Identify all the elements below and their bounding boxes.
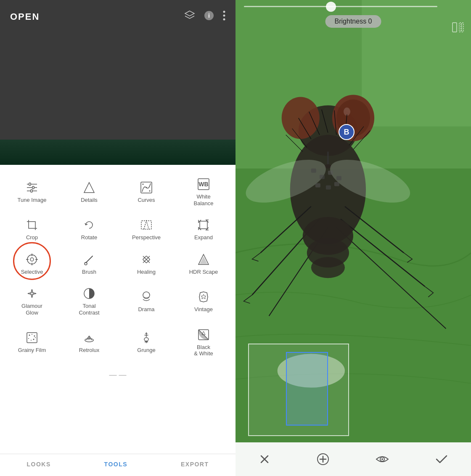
tool-crop[interactable]: Crop	[3, 212, 61, 247]
tool-perspective[interactable]: Perspective	[118, 212, 175, 247]
svg-marker-34	[201, 294, 206, 299]
nav-looks[interactable]: LOOKS	[26, 461, 50, 468]
tool-grunge-label: Grunge	[137, 347, 155, 354]
brightness-thumb[interactable]	[326, 2, 336, 12]
tool-grunge[interactable]: Grunge	[118, 322, 175, 363]
tool-retrolux[interactable]: Retrolux	[61, 322, 118, 363]
tool-hdr-scape[interactable]: HDR Scape	[175, 247, 232, 281]
svg-point-43	[85, 338, 93, 342]
tool-hdr-label: HDR Scape	[189, 269, 218, 275]
b-marker-label: B	[344, 128, 349, 137]
tool-crop-label: Crop	[26, 234, 38, 241]
tool-vintage[interactable]: Vintage	[175, 281, 232, 322]
svg-rect-81	[311, 169, 316, 173]
tool-glamour-glow[interactable]: GlamourGlow	[3, 281, 61, 322]
svg-rect-10	[31, 190, 32, 192]
svg-line-26	[86, 256, 93, 263]
svg-point-15	[149, 190, 151, 191]
image-preview-dark	[0, 30, 236, 140]
tool-expand[interactable]: Expand	[175, 212, 232, 247]
split-view-icon[interactable]	[452, 21, 464, 37]
svg-point-4	[223, 19, 225, 21]
confirm-button[interactable]	[435, 453, 448, 465]
svg-rect-9	[32, 186, 34, 189]
tool-black-white[interactable]: Black& White	[175, 322, 232, 363]
b-marker: B	[339, 124, 355, 140]
tool-vintage-label: Vintage	[194, 306, 213, 313]
tool-tune-image-label: Tune Image	[18, 197, 47, 204]
svg-rect-83	[328, 171, 333, 175]
brightness-bar-container	[244, 6, 437, 7]
tool-white-balance-label: WhiteBalance	[194, 193, 214, 206]
svg-point-41	[31, 340, 32, 341]
svg-text:WB: WB	[198, 181, 208, 188]
tool-expand-label: Expand	[194, 234, 213, 241]
brightness-label: Brightness 0	[325, 15, 381, 28]
svg-rect-88	[452, 23, 457, 32]
tool-tune-image[interactable]: Tune Image	[3, 172, 61, 212]
svg-rect-86	[326, 185, 331, 190]
right-panel: Brightness 0 B	[236, 0, 471, 476]
tool-perspective-label: Perspective	[132, 234, 161, 241]
tool-curves-label: Curves	[138, 197, 155, 204]
svg-rect-90	[462, 23, 463, 32]
tool-grainy-film-label: Grainy Film	[18, 347, 46, 354]
tool-retrolux-label: Retrolux	[79, 347, 99, 354]
tool-drama[interactable]: Drama	[118, 281, 175, 322]
tool-healing[interactable]: Healing	[118, 247, 175, 281]
top-bar: OPEN i	[0, 0, 236, 30]
more-icon[interactable]	[223, 10, 225, 24]
bottom-action-bar	[236, 442, 471, 476]
tool-black-white-label: Black& White	[194, 344, 213, 357]
svg-point-37	[32, 334, 32, 335]
tool-details-label: Details	[81, 197, 98, 204]
tool-grainy-film[interactable]: Grainy Film	[3, 322, 61, 363]
layers-icon[interactable]	[184, 10, 195, 24]
svg-point-58	[282, 97, 320, 139]
svg-point-97	[381, 458, 383, 460]
tool-white-balance[interactable]: WB WhiteBalance	[175, 172, 232, 212]
left-panel: OPEN i	[0, 0, 236, 476]
info-icon[interactable]: i	[204, 10, 214, 24]
svg-rect-85	[315, 183, 320, 188]
tool-tonal-contrast[interactable]: TonalContrast	[61, 281, 118, 322]
add-button[interactable]	[316, 452, 330, 466]
svg-point-39	[28, 338, 29, 339]
nav-export[interactable]: EXPORT	[181, 461, 209, 468]
image-preview-strip	[0, 140, 236, 165]
tool-brush-label: Brush	[82, 269, 96, 275]
bottom-nav: LOOKS TOOLS EXPORT	[0, 454, 236, 476]
svg-point-38	[34, 336, 35, 337]
tool-selective-label: Selective	[21, 269, 43, 275]
nav-tools[interactable]: TOOLS	[104, 461, 127, 468]
brightness-track[interactable]	[244, 6, 437, 7]
tool-drama-label: Drama	[138, 306, 154, 313]
svg-point-2	[223, 11, 225, 13]
selection-box-inner[interactable]	[286, 352, 328, 426]
svg-point-14	[146, 187, 147, 188]
tool-healing-label: Healing	[137, 269, 156, 275]
top-icons: i	[184, 10, 225, 24]
tools-grid-area: Tune Image Details Curves	[0, 165, 236, 454]
cancel-button[interactable]	[259, 453, 270, 465]
svg-point-80	[311, 257, 345, 278]
svg-rect-8	[29, 183, 31, 185]
tool-brush[interactable]: Brush	[61, 247, 118, 281]
tool-rotate-label: Rotate	[81, 234, 97, 241]
svg-rect-89	[459, 23, 461, 32]
open-label: OPEN	[10, 11, 40, 22]
svg-rect-18	[141, 221, 151, 229]
svg-point-36	[29, 335, 30, 336]
tool-curves[interactable]: Curves	[118, 172, 175, 212]
svg-marker-30	[200, 257, 207, 264]
image-preview-area	[0, 30, 236, 165]
svg-point-20	[27, 255, 37, 264]
svg-rect-87	[334, 182, 339, 186]
tool-tonal-contrast-label: TonalContrast	[79, 303, 99, 316]
tool-selective[interactable]: Selective	[3, 247, 61, 281]
svg-rect-84	[336, 176, 341, 180]
tool-rotate[interactable]: Rotate	[61, 212, 118, 247]
eye-button[interactable]	[376, 453, 389, 465]
tools-grid: Tune Image Details Curves	[0, 165, 236, 366]
tool-details[interactable]: Details	[61, 172, 118, 212]
